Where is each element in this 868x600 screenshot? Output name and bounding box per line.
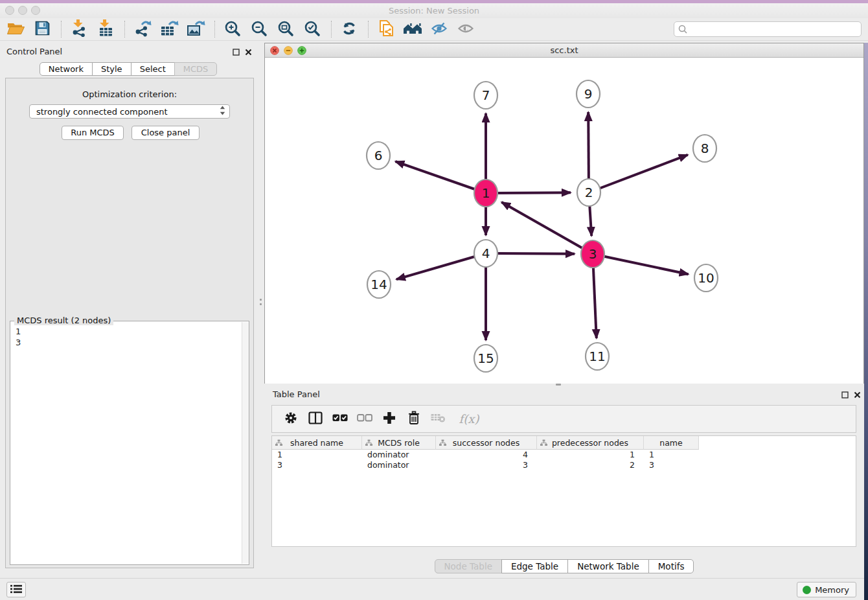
search-input[interactable]	[674, 21, 862, 37]
open-folder-button[interactable]	[5, 20, 26, 38]
column-header-name[interactable]: name	[644, 436, 699, 450]
homes-icon	[402, 21, 423, 38]
edge-3-1[interactable]	[501, 202, 593, 254]
graph-node-14[interactable]: 14	[367, 271, 391, 298]
edge-1-6[interactable]	[395, 161, 486, 193]
zoom-out-icon	[251, 20, 268, 39]
import-network-button[interactable]	[69, 20, 89, 38]
columns-icon	[308, 411, 323, 426]
column-header-MCDS-role[interactable]: MCDS role	[362, 436, 436, 450]
function-builder-button[interactable]: f(x)	[455, 411, 483, 428]
zoom-in-icon	[224, 20, 241, 39]
tab-network[interactable]: Network	[40, 62, 93, 76]
close-panel-icon[interactable]	[245, 48, 252, 58]
float-panel-button[interactable]	[233, 48, 240, 58]
export-table-button[interactable]	[159, 20, 179, 38]
show-hidden-button[interactable]	[455, 20, 476, 38]
tab-select[interactable]: Select	[131, 62, 175, 76]
edge-2-8[interactable]	[589, 155, 688, 192]
trash-icon	[407, 411, 420, 427]
import-table-button[interactable]	[95, 20, 116, 38]
search-icon	[678, 25, 687, 36]
tab-edge-table[interactable]: Edge Table	[501, 559, 568, 573]
tab-mcds[interactable]: MCDS	[174, 62, 218, 76]
refresh-icon	[341, 20, 358, 39]
column-header-predecessor-nodes[interactable]: predecessor nodes	[537, 436, 644, 450]
graph-node-11[interactable]: 11	[586, 343, 609, 370]
cell-shared-name: 3	[272, 460, 362, 470]
column-header-shared-name[interactable]: shared name	[272, 436, 362, 450]
graph-node-15[interactable]: 15	[474, 345, 497, 372]
vertical-splitter-handle[interactable]	[260, 303, 262, 305]
save-icon	[34, 20, 51, 38]
table-row[interactable]: 1dominator411	[272, 450, 856, 460]
graph-node-2[interactable]: 2	[577, 179, 600, 206]
memory-button[interactable]: Memory	[797, 582, 856, 597]
hide-selected-button[interactable]	[429, 20, 450, 38]
deselect-all-rows-button[interactable]	[356, 411, 373, 428]
graph-node-6[interactable]: 6	[367, 142, 390, 169]
column-header-successor-nodes[interactable]: successor nodes	[436, 436, 537, 450]
clone-network-button[interactable]	[376, 20, 396, 38]
save-session-button[interactable]	[32, 20, 52, 38]
export-network-button[interactable]	[132, 20, 153, 38]
column-label: predecessor nodes	[552, 438, 628, 448]
clone-network-icon	[378, 19, 395, 40]
close-table-panel-button[interactable]	[854, 391, 861, 400]
graph-node-3[interactable]: 3	[581, 240, 604, 268]
zoom-out-button[interactable]	[249, 20, 269, 38]
vertical-splitter-handle[interactable]	[260, 299, 262, 301]
column-layout-button[interactable]	[307, 411, 324, 428]
edge-1-2[interactable]	[486, 192, 571, 193]
delete-column-button[interactable]	[405, 411, 422, 428]
edge-4-14[interactable]	[396, 253, 486, 279]
task-history-button[interactable]	[6, 582, 26, 597]
result-scrollbar[interactable]	[242, 322, 249, 564]
zoom-selected-button[interactable]	[302, 20, 323, 38]
cell-successor-nodes: 4	[436, 450, 537, 460]
toolbar-separator	[368, 21, 369, 38]
float-table-panel-button[interactable]	[841, 391, 849, 400]
graph-node-7[interactable]: 7	[474, 82, 497, 109]
table-tabs: Node TableEdge TableNetwork TableMotifs	[264, 559, 864, 573]
tab-motifs[interactable]: Motifs	[648, 559, 694, 573]
node-label: 6	[374, 148, 383, 163]
edge-3-10[interactable]	[593, 254, 689, 274]
add-column-button[interactable]	[381, 411, 398, 428]
select-all-rows-button[interactable]	[332, 411, 348, 428]
column-label: successor nodes	[453, 438, 520, 448]
checked-boxes-icon	[332, 414, 348, 424]
mcds-panel: Optimization criterion: strongly connect…	[5, 78, 254, 568]
graph-node-1[interactable]: 1	[474, 179, 497, 207]
network-file-title: scc.txt	[265, 45, 863, 55]
close-panel-button[interactable]: Close panel	[131, 126, 200, 140]
table-toolbar: f(x)	[271, 405, 856, 433]
criterion-dropdown[interactable]: strongly connected component	[29, 104, 230, 119]
edge-4-3[interactable]	[486, 253, 575, 254]
network-graph[interactable]: 7968124314101511	[265, 58, 863, 384]
node-label: 2	[585, 185, 593, 200]
table-settings-button[interactable]	[282, 411, 299, 428]
graph-node-10[interactable]: 10	[694, 264, 718, 292]
tab-node-table[interactable]: Node Table	[435, 559, 502, 573]
zoom-fit-button[interactable]	[275, 20, 296, 38]
run-mcds-button[interactable]: Run MCDS	[62, 126, 124, 140]
graph-node-9[interactable]: 9	[577, 80, 600, 108]
show-all-networks-button[interactable]	[402, 20, 423, 38]
zoom-in-button[interactable]	[222, 20, 243, 38]
tab-style[interactable]: Style	[92, 62, 131, 76]
unchecked-boxes-icon	[357, 414, 372, 424]
network-canvas[interactable]: 7968124314101511	[265, 58, 863, 384]
export-image-icon	[186, 19, 205, 39]
export-image-button[interactable]	[185, 20, 206, 38]
graph-node-4[interactable]: 4	[474, 240, 497, 267]
tab-network-table[interactable]: Network Table	[567, 559, 649, 573]
table-row[interactable]: 3dominator323	[272, 460, 856, 470]
control-panel: Control Panel NetworkStyleSelectMCDS Opt…	[0, 41, 257, 574]
graph-node-8[interactable]: 8	[693, 135, 716, 162]
gear-icon	[284, 411, 298, 427]
delete-table-button[interactable]	[430, 411, 447, 428]
horizontal-splitter-handle[interactable]	[556, 384, 561, 386]
mcds-result-list[interactable]: 13	[10, 323, 241, 564]
refresh-button[interactable]	[339, 20, 360, 38]
